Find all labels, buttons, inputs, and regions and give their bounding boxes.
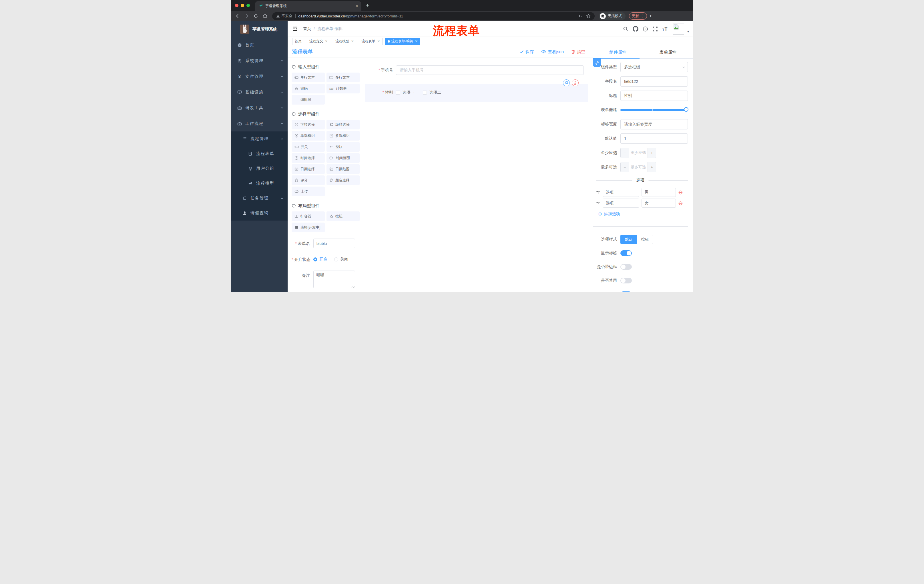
palette-item-checkbox-group[interactable]: 多选框组	[327, 131, 360, 141]
phone-input[interactable]: 请输入手机号	[396, 66, 584, 75]
stepper-increase-button[interactable]: +	[648, 162, 656, 172]
stepper-increase-button[interactable]: +	[648, 148, 656, 158]
sidebar-item-process-management[interactable]: 流程管理	[231, 132, 288, 146]
palette-item-single-text[interactable]: 单行文本	[292, 72, 325, 82]
avatar[interactable]	[673, 23, 684, 35]
home-icon[interactable]	[262, 13, 267, 18]
remark-textarea[interactable]: 嘿嘿	[314, 271, 355, 288]
sidebar-item-payment[interactable]: ¥ 支付管理	[231, 69, 288, 84]
font-size-icon[interactable]: TT	[662, 26, 668, 32]
palette-item-button[interactable]: 按钮	[327, 211, 360, 221]
tag-close-icon[interactable]: ✕	[325, 39, 328, 43]
status-radio-off[interactable]: 关闭	[334, 257, 348, 262]
palette-item-time-range[interactable]: 时间范围	[327, 153, 360, 163]
tab-form-props[interactable]: 表单属性	[643, 46, 693, 59]
bookmark-star-icon[interactable]	[586, 14, 591, 18]
stepper-decrease-button[interactable]: −	[621, 148, 629, 158]
component-type-select[interactable]	[620, 62, 688, 72]
style-button-button[interactable]: 按钮	[637, 235, 653, 244]
tag-close-icon[interactable]: ✕	[415, 39, 418, 43]
browser-tab[interactable]: 芋道管理系统 ✕	[255, 1, 361, 11]
checkbox[interactable]	[396, 90, 400, 95]
remove-option-icon[interactable]: ⊖	[678, 189, 683, 195]
option-label-input[interactable]	[603, 188, 639, 197]
sidebar-item-user-group[interactable]: 用户分组	[231, 161, 288, 176]
disabled-toggle[interactable]	[620, 278, 632, 283]
gender-option-1[interactable]: 选项一	[396, 90, 414, 95]
chrome-caret-icon[interactable]: ▼	[649, 15, 652, 17]
border-toggle[interactable]	[620, 264, 632, 270]
sidebar-item-workflow[interactable]: 工作流程	[231, 116, 288, 132]
stepper-decrease-button[interactable]: −	[621, 162, 629, 172]
palette-item-date-range[interactable]: 日期范围	[327, 164, 360, 174]
form-name-input[interactable]	[314, 239, 355, 248]
close-window-button[interactable]	[235, 4, 238, 7]
view-json-button[interactable]: 查看json	[541, 49, 564, 54]
sidebar-item-process-model[interactable]: 流程模型	[231, 176, 288, 191]
palette-item-rate[interactable]: 评分	[292, 175, 325, 185]
sidebar-collapse-icon[interactable]	[292, 26, 298, 32]
max-select-input[interactable]: 最多可选	[629, 162, 648, 172]
palette-item-row-container[interactable]: 行容器	[292, 211, 325, 221]
sidebar-item-devtools[interactable]: 研发工具	[231, 100, 288, 116]
palette-item-date-picker[interactable]: 日期选择	[292, 164, 325, 174]
sidebar-item-infrastructure[interactable]: 基础设施	[231, 84, 288, 100]
maximize-window-button[interactable]	[246, 4, 250, 7]
canvas-selected-field-gender[interactable]: * 性别 选项一 选项二	[365, 84, 588, 102]
forward-icon[interactable]	[244, 13, 249, 18]
github-icon[interactable]	[633, 26, 639, 32]
sidebar-item-leave-query[interactable]: 请假查询	[231, 206, 288, 220]
palette-item-switch[interactable]: 开关	[292, 142, 325, 152]
palette-item-time-picker[interactable]: 时间选择	[292, 153, 325, 163]
sidebar-logo[interactable]: 芋道管理系统	[231, 21, 288, 37]
required-toggle[interactable]	[620, 291, 632, 292]
gender-option-2[interactable]: 选项二	[423, 90, 441, 95]
avatar-caret-icon[interactable]: ▼	[687, 30, 690, 33]
slider-track[interactable]	[620, 109, 688, 111]
breadcrumb-home[interactable]: 首页	[303, 26, 311, 31]
show-label-toggle[interactable]	[620, 250, 632, 256]
canvas-field-phone[interactable]: * 手机号 请输入手机号	[362, 66, 592, 75]
address-bar[interactable]: 不安全 dashboard.yudao.iocoder.cn/bpm/manag…	[272, 12, 595, 20]
add-option-button[interactable]: ⊕ 添加选项	[598, 211, 688, 217]
tab-component-props[interactable]: 组件属性	[593, 46, 643, 59]
tag-process-form[interactable]: 流程表单✕	[359, 38, 382, 45]
help-icon[interactable]: ?	[643, 26, 648, 32]
back-icon[interactable]	[235, 13, 240, 18]
palette-item-counter[interactable]: 123 计数器	[327, 84, 360, 94]
grid-slider[interactable]	[620, 105, 688, 115]
palette-item-table[interactable]: 表格[开发中]	[292, 222, 325, 232]
slider-handle[interactable]	[684, 107, 688, 112]
remove-option-icon[interactable]: ⊖	[678, 200, 683, 206]
option-value-input[interactable]	[642, 188, 676, 197]
reload-icon[interactable]	[253, 13, 259, 18]
clear-button[interactable]: 清空	[571, 49, 585, 54]
delete-component-button[interactable]	[572, 79, 579, 86]
drag-handle-icon[interactable]	[596, 201, 601, 206]
palette-item-password[interactable]: 密码	[292, 84, 325, 94]
sidebar-item-process-form[interactable]: 流程表单	[231, 146, 288, 161]
palette-item-radio-group[interactable]: 单选框组	[292, 131, 325, 141]
option-label-input[interactable]	[603, 199, 639, 208]
palette-item-multi-text[interactable]: 多行文本	[327, 72, 360, 82]
drag-handle-icon[interactable]	[596, 190, 601, 194]
palette-item-editor[interactable]: 编辑器	[292, 95, 325, 105]
tag-process-model[interactable]: 流程模型✕	[333, 38, 356, 45]
palette-item-select[interactable]: 下拉选择	[292, 120, 325, 130]
update-button[interactable]: 更新 ⋮	[629, 12, 647, 20]
tag-close-icon[interactable]: ✕	[351, 39, 354, 43]
fullscreen-icon[interactable]	[652, 26, 658, 32]
sidebar-item-home[interactable]: 首页	[231, 37, 288, 53]
tag-home[interactable]: 首页	[292, 38, 304, 45]
tab-close-icon[interactable]: ✕	[355, 4, 358, 8]
title-input[interactable]	[620, 90, 688, 101]
search-icon[interactable]	[623, 26, 629, 32]
status-radio-on[interactable]: 开启	[314, 257, 327, 262]
option-value-input[interactable]	[642, 199, 676, 208]
style-default-button[interactable]: 默认	[620, 235, 637, 244]
default-value-input[interactable]	[620, 133, 688, 144]
min-select-input[interactable]: 至少应选	[629, 148, 648, 158]
tag-close-icon[interactable]: ✕	[377, 39, 380, 43]
tag-process-form-edit[interactable]: 流程表单-编辑✕	[385, 38, 420, 45]
component-type-value[interactable]	[620, 62, 688, 72]
